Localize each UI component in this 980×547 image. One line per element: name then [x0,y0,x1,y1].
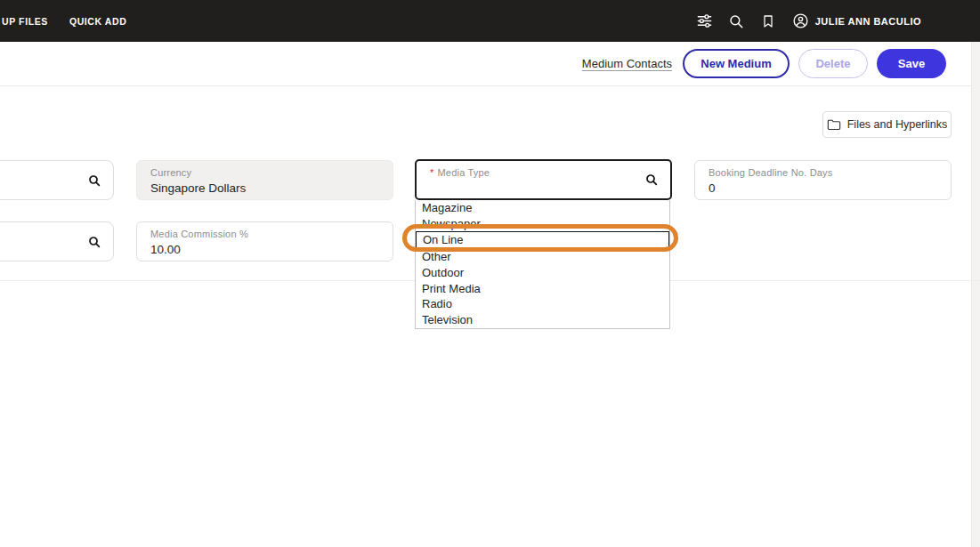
media-type-dropdown: Magazine Newspaper On Line Other Outdoor… [415,200,670,329]
dropdown-option-magazine[interactable]: Magazine [416,200,669,216]
booking-deadline-field[interactable]: Booking Deadline No. Days 0 [694,160,952,200]
dropdown-option-newspaper[interactable]: Newspaper [416,216,669,232]
lookup-field-2[interactable] [0,221,114,261]
media-commission-field[interactable]: Media Commission % 10.00 [136,221,393,261]
currency-field: Currency Singapore Dollars [136,160,393,200]
booking-deadline-label: Booking Deadline No. Days [709,167,938,179]
currency-label: Currency [150,167,380,179]
booking-deadline-value: 0 [709,180,938,197]
nav-item-quick-add[interactable]: QUICK ADD [69,16,127,27]
user-icon [792,12,809,29]
settings-sliders-icon[interactable] [696,12,713,29]
media-commission-label: Media Commission % [150,229,380,240]
files-and-hyperlinks-button[interactable]: Files and Hyperlinks [822,111,952,138]
save-button[interactable]: Save [877,49,946,78]
topbar-actions: JULIE ANN BACULIO [696,12,980,29]
medium-contacts-link[interactable]: Medium Contacts [582,57,672,70]
media-type-label: *Media Type [430,167,658,179]
delete-button[interactable]: Delete [798,49,868,78]
new-medium-button[interactable]: New Medium [683,49,790,78]
dropdown-option-print-media[interactable]: Print Media [416,281,669,297]
required-asterisk: * [430,167,433,178]
lookup-field-1[interactable] [0,160,114,200]
currency-value: Singapore Dollars [150,180,380,197]
dropdown-option-outdoor[interactable]: Outdoor [416,265,669,281]
user-menu[interactable]: JULIE ANN BACULIO [792,12,921,29]
topbar-nav: UP FILES QUICK ADD [0,16,126,27]
nav-item-up-files[interactable]: UP FILES [2,16,48,27]
media-commission-value: 10.00 [150,241,380,258]
scrollbar-track[interactable] [971,42,980,547]
user-name: JULIE ANN BACULIO [815,16,921,27]
dropdown-option-radio[interactable]: Radio [416,296,669,312]
dropdown-option-television[interactable]: Television [416,312,669,328]
topbar: UP FILES QUICK ADD [0,0,980,42]
folder-icon [827,118,841,131]
app-window: UP FILES QUICK ADD [0,0,980,547]
dropdown-option-on-line[interactable]: On Line [416,231,669,249]
record-toolbar: Medium Contacts New Medium Delete Save [0,42,980,86]
files-and-hyperlinks-label: Files and Hyperlinks [847,118,948,131]
media-type-search-icon[interactable] [644,173,659,187]
media-type-field[interactable]: *Media Type [415,159,672,200]
bookmark-icon[interactable] [760,12,777,29]
dropdown-option-other[interactable]: Other [416,249,669,265]
lookup-search-icon[interactable] [87,173,101,188]
lookup-search-icon-2[interactable] [87,235,101,249]
search-icon[interactable] [728,12,745,29]
